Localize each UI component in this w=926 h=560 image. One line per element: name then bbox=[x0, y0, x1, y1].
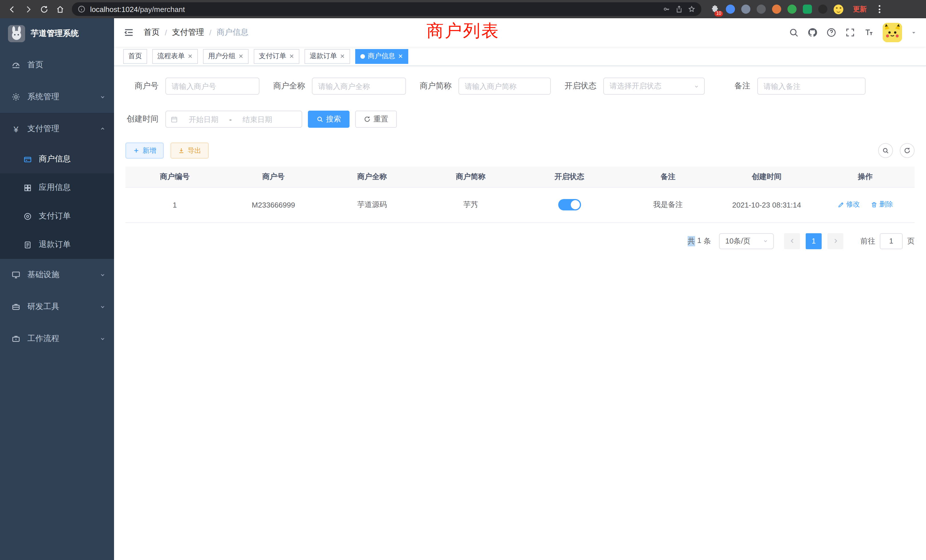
edit-link[interactable]: 修改 bbox=[838, 200, 860, 210]
sidebar-item-app-info[interactable]: 应用信息 bbox=[0, 173, 114, 202]
bookmark-star-icon[interactable] bbox=[688, 5, 696, 13]
trash-icon bbox=[871, 201, 878, 208]
close-icon[interactable] bbox=[238, 54, 244, 59]
app-title: 芋道管理系统 bbox=[31, 29, 79, 39]
page-size-select[interactable]: 10条/页 bbox=[719, 233, 774, 249]
share-icon[interactable] bbox=[675, 5, 683, 13]
next-page-button[interactable] bbox=[828, 233, 843, 249]
cell-status bbox=[520, 187, 619, 222]
tab-payment-orders[interactable]: 支付订单 bbox=[254, 49, 300, 64]
cell-id: 1 bbox=[126, 187, 224, 222]
add-button[interactable]: 新增 bbox=[126, 142, 163, 159]
extension-slate-icon[interactable] bbox=[741, 5, 750, 14]
profile-avatar-icon[interactable] bbox=[834, 4, 843, 14]
close-icon[interactable] bbox=[289, 54, 294, 59]
merchant-table: 商户编号 商户号 商户全称 商户简称 开启状态 备注 创建时间 操作 1 bbox=[126, 166, 915, 223]
extension-blue-icon[interactable] bbox=[726, 5, 735, 14]
forward-button[interactable] bbox=[21, 2, 35, 17]
chrome-update-button[interactable]: 更新 bbox=[850, 3, 870, 15]
tab-home[interactable]: 首页 bbox=[123, 49, 147, 64]
password-key-icon[interactable] bbox=[663, 5, 670, 13]
remark-input[interactable] bbox=[757, 77, 865, 95]
font-size-icon[interactable] bbox=[864, 27, 874, 38]
github-icon[interactable] bbox=[807, 27, 818, 38]
close-icon[interactable] bbox=[398, 54, 403, 59]
sidebar-item-payment[interactable]: ¥ 支付管理 bbox=[0, 113, 114, 145]
pagination: 共 1 条 10条/页 1 前 bbox=[126, 233, 915, 249]
search-icon[interactable] bbox=[788, 27, 799, 38]
short-name-input[interactable] bbox=[458, 77, 551, 95]
back-button[interactable] bbox=[5, 2, 20, 17]
sidebar-item-workflow[interactable]: 工作流程 bbox=[0, 323, 114, 355]
reload-button[interactable] bbox=[36, 2, 51, 17]
caret-down-icon[interactable] bbox=[911, 29, 917, 36]
status-select[interactable]: 请选择开启状态 bbox=[603, 77, 705, 95]
chevron-down-icon bbox=[99, 335, 106, 342]
sidebar-item-label: 研发工具 bbox=[27, 302, 59, 312]
sidebar-item-home[interactable]: 首页 bbox=[0, 49, 114, 81]
extensions-puzzle-icon[interactable]: 10 bbox=[709, 4, 720, 14]
col-header-merchant-no: 商户号 bbox=[224, 166, 323, 187]
fullscreen-icon[interactable] bbox=[845, 27, 855, 38]
payment-submenu: 商户信息 应用信息 支付订单 bbox=[0, 145, 114, 259]
home-button[interactable] bbox=[53, 2, 67, 17]
goto-page-input[interactable] bbox=[880, 233, 903, 249]
create-time-range-picker[interactable]: - bbox=[165, 110, 302, 128]
sidebar-fold-icon[interactable] bbox=[123, 27, 135, 38]
sidebar-item-refund-orders[interactable]: 退款订单 bbox=[0, 230, 114, 259]
delete-link[interactable]: 删除 bbox=[871, 200, 893, 210]
close-icon[interactable] bbox=[188, 54, 193, 59]
breadcrumb: 首页 / 支付管理 / 商户信息 bbox=[144, 27, 249, 38]
document-icon bbox=[23, 241, 32, 249]
dashboard-icon bbox=[11, 61, 21, 70]
pagination-goto: 前往 页 bbox=[861, 233, 915, 249]
tab-process-form[interactable]: 流程表单 bbox=[152, 49, 198, 64]
tab-merchant-info[interactable]: 商户信息 bbox=[355, 49, 408, 64]
full-name-input[interactable] bbox=[312, 77, 406, 95]
extension-black-icon[interactable] bbox=[818, 5, 828, 14]
user-avatar[interactable] bbox=[883, 23, 902, 42]
help-icon[interactable] bbox=[826, 27, 837, 38]
merchant-no-input[interactable] bbox=[165, 77, 259, 95]
start-date-input[interactable] bbox=[181, 115, 226, 123]
sidebar-item-infrastructure[interactable]: 基础设施 bbox=[0, 259, 114, 291]
status-toggle[interactable] bbox=[558, 199, 581, 210]
tab-user-group[interactable]: 用户分组 bbox=[203, 49, 249, 64]
navbar-actions bbox=[788, 23, 917, 42]
sidebar-item-label: 商户信息 bbox=[39, 154, 71, 164]
site-info-icon[interactable] bbox=[77, 5, 86, 13]
toggle-search-button[interactable] bbox=[878, 143, 893, 158]
end-date-input[interactable] bbox=[235, 115, 280, 123]
search-button[interactable]: 搜索 bbox=[308, 110, 350, 128]
sidebar-item-merchant-info[interactable]: 商户信息 bbox=[0, 145, 114, 173]
sidebar-item-label: 支付管理 bbox=[27, 124, 59, 134]
sidebar-item-payment-orders[interactable]: 支付订单 bbox=[0, 202, 114, 230]
current-page[interactable]: 1 bbox=[806, 233, 822, 249]
sidebar-item-devtools[interactable]: 研发工具 bbox=[0, 291, 114, 323]
extension-dark-icon[interactable] bbox=[757, 5, 766, 14]
edit-pencil-icon bbox=[838, 201, 844, 208]
breadcrumb-current: 商户信息 bbox=[217, 27, 249, 38]
browser-menu-icon[interactable] bbox=[876, 5, 883, 13]
browser-window: localhost:1024/pay/merchant 10 bbox=[0, 0, 926, 560]
tab-refund-orders[interactable]: 退款订单 bbox=[304, 49, 350, 64]
prev-page-button[interactable] bbox=[784, 233, 800, 249]
extension-green-icon[interactable] bbox=[787, 5, 797, 14]
filter-row-2: 创建时间 - 搜索 重置 bbox=[126, 110, 915, 128]
goto-label: 前往 bbox=[861, 236, 875, 246]
export-button[interactable]: 导出 bbox=[171, 142, 209, 159]
chevron-down-icon bbox=[763, 238, 769, 244]
col-header-remark: 备注 bbox=[619, 166, 717, 187]
breadcrumb-section[interactable]: 支付管理 bbox=[172, 27, 204, 38]
address-bar[interactable]: localhost:1024/pay/merchant bbox=[72, 2, 701, 16]
sidebar-item-system[interactable]: 系统管理 bbox=[0, 81, 114, 113]
cell-short-name: 芋艿 bbox=[421, 187, 520, 222]
extension-green-grid-icon[interactable] bbox=[803, 5, 812, 14]
refresh-table-button[interactable] bbox=[900, 143, 915, 158]
sidebar-item-label: 工作流程 bbox=[27, 334, 59, 344]
sidebar-item-label: 支付订单 bbox=[39, 211, 71, 221]
breadcrumb-home[interactable]: 首页 bbox=[144, 27, 160, 38]
reset-button[interactable]: 重置 bbox=[355, 110, 397, 128]
close-icon[interactable] bbox=[340, 54, 345, 59]
extension-orange-icon[interactable] bbox=[772, 5, 781, 14]
